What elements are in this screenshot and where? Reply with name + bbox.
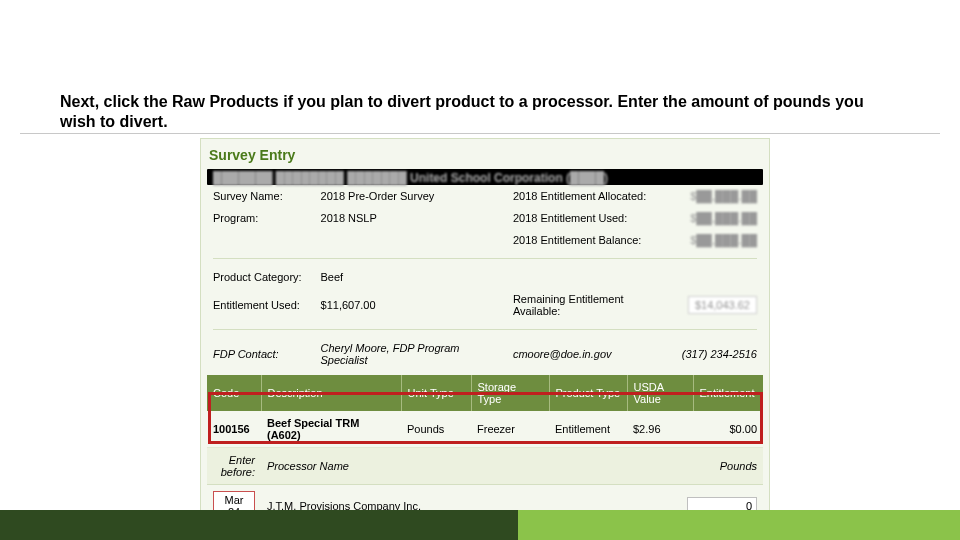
label-ent-used: 2018 Entitlement Used: (507, 207, 674, 229)
label-survey-name: Survey Name: (207, 185, 315, 207)
cell-code: 100156 (207, 411, 261, 448)
value-program: 2018 NSLP (315, 207, 507, 229)
col-unit-type: Unit Type (401, 375, 471, 411)
product-row: 100156 Beef Special TRM (A602) Pounds Fr… (207, 411, 763, 448)
value-survey-name: 2018 Pre-Order Survey (315, 185, 507, 207)
col-entitlement: Entitlement (693, 375, 763, 411)
value-ent-used: $██,███.██ (674, 207, 764, 229)
fdp-email: cmoore@doe.in.gov (507, 337, 674, 371)
panel-title: Survey Entry (207, 143, 763, 169)
value-ent-used2: $11,607.00 (315, 288, 507, 322)
col-description: Description (261, 375, 401, 411)
value-ent-allocated: $██,███.██ (674, 185, 764, 207)
meta-table: Survey Name: 2018 Pre-Order Survey 2018 … (207, 185, 763, 371)
label-ent-used2: Entitlement Used: (207, 288, 315, 322)
label-ent-balance: 2018 Entitlement Balance: (507, 229, 674, 251)
cell-unit: Pounds (401, 411, 471, 448)
processor-subheader: Enter before: Processor Name Pounds (207, 448, 763, 485)
value-ent-balance: $██,███.██ (674, 229, 764, 251)
col-usda-value: USDA Value (627, 375, 693, 411)
cell-ent: $0.00 (693, 411, 763, 448)
col-code: Code (207, 375, 261, 411)
grid-header: Code Description Unit Type Storage Type … (207, 375, 763, 411)
school-corp-name: ███████ ████████ ███████ United School C… (213, 171, 608, 185)
col-product-type: Product Type (549, 375, 627, 411)
slide-footer-bar (0, 510, 960, 540)
label-prod-cat: Product Category: (207, 266, 315, 288)
cell-storage: Freezer (471, 411, 549, 448)
label-program: Program: (207, 207, 315, 229)
value-prod-cat: Beef (315, 266, 507, 288)
value-remaining: $14,043.62 (688, 296, 757, 314)
fdp-name: Cheryl Moore, FDP Program Specialist (315, 337, 507, 371)
label-pounds: Pounds (627, 448, 763, 485)
cell-desc: Beef Special TRM (A602) (261, 411, 401, 448)
label-remaining: Remaining Entitlement Available: (507, 288, 674, 322)
instruction-text: Next, click the Raw Products if you plan… (60, 92, 880, 132)
survey-entry-panel: Survey Entry ███████ ████████ ███████ Un… (200, 138, 770, 540)
divider (20, 133, 940, 134)
col-storage-type: Storage Type (471, 375, 549, 411)
cell-usda: $2.96 (627, 411, 693, 448)
fdp-phone: (317) 234-2516 (674, 337, 764, 371)
label-fdp-contact: FDP Contact: (207, 337, 315, 371)
label-ent-allocated: 2018 Entitlement Allocated: (507, 185, 674, 207)
school-corp-bar: ███████ ████████ ███████ United School C… (207, 169, 763, 185)
cell-ptype: Entitlement (549, 411, 627, 448)
label-processor-name: Processor Name (261, 448, 627, 485)
label-enter-before: Enter before: (207, 448, 261, 485)
